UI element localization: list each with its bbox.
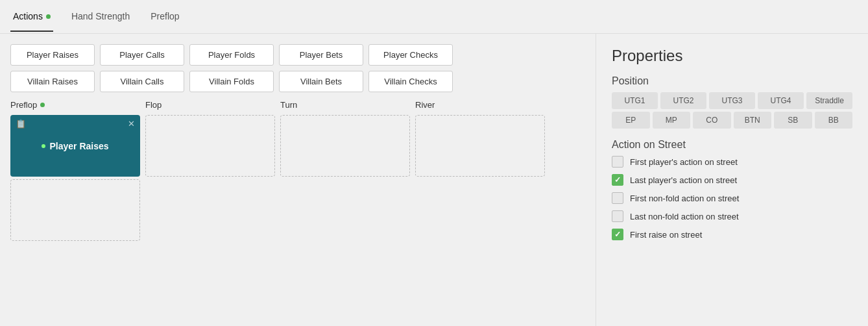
action-row-villain: Villain Raises Villain Calls Villain Fol… — [10, 71, 585, 92]
position-utg3[interactable]: UTG3 — [709, 92, 755, 109]
action-row-player: Player Raises Player Calls Player Folds … — [10, 44, 585, 66]
position-utg4[interactable]: UTG4 — [758, 92, 804, 109]
street-preflop: Preflop 📋 ✕ Player Raises — [10, 100, 140, 316]
flop-label: Flop — [145, 100, 275, 110]
action-label-first-player: First player's action on street — [630, 157, 738, 167]
position-bb[interactable]: BB — [815, 112, 853, 129]
preflop-dot — [40, 103, 45, 107]
checkbox-last-player[interactable] — [612, 174, 623, 186]
action-list: First player's action on street Last pla… — [612, 156, 852, 240]
action-label-last-player: Last player's action on street — [630, 175, 737, 185]
preflop-label: Preflop — [10, 100, 140, 110]
tab-actions-dot — [46, 14, 51, 19]
action-item-first-player: First player's action on street — [612, 156, 852, 168]
streets-container: Preflop 📋 ✕ Player Raises Flop — [10, 100, 585, 316]
action-buttons: Player Raises Player Calls Player Folds … — [10, 44, 585, 92]
tab-hand-strength[interactable]: Hand Strength — [69, 2, 132, 32]
close-icon[interactable]: ✕ — [128, 119, 135, 129]
position-sb[interactable]: SB — [774, 112, 812, 129]
tab-actions[interactable]: Actions — [10, 2, 53, 32]
position-co[interactable]: CO — [693, 112, 731, 129]
copy-icon[interactable]: 📋 — [16, 119, 26, 129]
properties-title: Properties — [612, 47, 852, 65]
street-turn: Turn — [280, 100, 410, 316]
turn-card-1[interactable] — [280, 115, 410, 177]
right-panel: Properties Position UTG1 UTG2 UTG3 UTG4 … — [596, 34, 868, 326]
header: Actions Hand Strength Preflop — [0, 0, 868, 34]
villain-bets-button[interactable]: Villain Bets — [279, 71, 363, 92]
position-title: Position — [612, 75, 852, 87]
position-ep[interactable]: EP — [612, 112, 650, 129]
river-card-1[interactable] — [415, 115, 545, 177]
villain-checks-button[interactable]: Villain Checks — [368, 71, 453, 92]
preflop-card-1[interactable]: 📋 ✕ Player Raises — [10, 115, 140, 177]
action-item-first-raise: First raise on street — [612, 229, 852, 240]
flop-card-1[interactable] — [145, 115, 275, 177]
checkbox-last-non-fold[interactable] — [612, 210, 623, 222]
position-utg2[interactable]: UTG2 — [660, 92, 706, 109]
card-icons: 📋 ✕ — [16, 119, 135, 129]
street-flop: Flop — [145, 100, 275, 316]
position-row-1: UTG1 UTG2 UTG3 UTG4 Straddle — [612, 92, 852, 109]
card-status-dot — [42, 144, 45, 148]
player-calls-button[interactable]: Player Calls — [100, 44, 184, 66]
action-label-first-non-fold: First non-fold action on street — [630, 194, 739, 203]
action-label-first-raise: First raise on street — [630, 230, 702, 240]
turn-label: Turn — [280, 100, 410, 110]
action-item-last-non-fold: Last non-fold action on street — [612, 210, 852, 222]
player-folds-button[interactable]: Player Folds — [189, 44, 274, 66]
position-utg1[interactable]: UTG1 — [612, 92, 658, 109]
action-on-street-title: Action on Street — [612, 139, 852, 151]
position-grid: UTG1 UTG2 UTG3 UTG4 Straddle EP MP CO BT… — [612, 92, 852, 129]
checkbox-first-non-fold[interactable] — [612, 192, 623, 204]
preflop-card-2[interactable] — [10, 179, 140, 241]
action-item-last-player: Last player's action on street — [612, 174, 852, 186]
player-checks-button[interactable]: Player Checks — [368, 44, 453, 66]
action-item-first-non-fold: First non-fold action on street — [612, 192, 852, 204]
player-bets-button[interactable]: Player Bets — [279, 44, 363, 66]
street-river: River — [415, 100, 545, 316]
position-btn[interactable]: BTN — [734, 112, 772, 129]
position-mp[interactable]: MP — [653, 112, 691, 129]
tab-preflop[interactable]: Preflop — [148, 2, 182, 32]
player-raises-button[interactable]: Player Raises — [10, 44, 95, 66]
checkbox-first-player[interactable] — [612, 156, 623, 168]
position-section: Position UTG1 UTG2 UTG3 UTG4 Straddle EP… — [612, 75, 852, 129]
villain-calls-button[interactable]: Villain Calls — [100, 71, 184, 92]
action-label-last-non-fold: Last non-fold action on street — [630, 212, 739, 221]
main-layout: Player Raises Player Calls Player Folds … — [0, 34, 868, 326]
checkbox-first-raise[interactable] — [612, 229, 623, 240]
action-on-street-section: Action on Street First player's action o… — [612, 139, 852, 240]
left-panel: Player Raises Player Calls Player Folds … — [0, 34, 596, 326]
river-label: River — [415, 100, 545, 110]
villain-raises-button[interactable]: Villain Raises — [10, 71, 95, 92]
position-row-2: EP MP CO BTN SB BB — [612, 112, 852, 129]
position-straddle[interactable]: Straddle — [806, 92, 852, 109]
villain-folds-button[interactable]: Villain Folds — [189, 71, 274, 92]
